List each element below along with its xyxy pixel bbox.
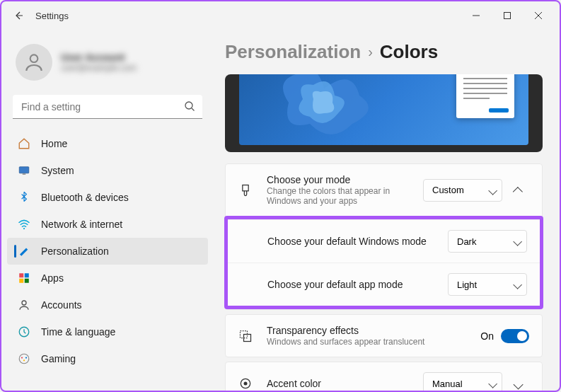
chevron-down-icon xyxy=(514,379,524,389)
sidebar-item-label: Gaming xyxy=(41,353,76,364)
sidebar-item-system[interactable]: System xyxy=(7,157,208,184)
accent-icon xyxy=(238,376,254,391)
svg-rect-11 xyxy=(25,279,29,283)
svg-rect-1 xyxy=(504,13,511,19)
sidebar-item-label: Apps xyxy=(41,272,64,284)
profile-email: user@example.com xyxy=(61,63,137,73)
accent-select[interactable]: Manual xyxy=(423,372,502,391)
search-input[interactable] xyxy=(13,95,202,119)
transparency-card: Transparency effects Windows and surface… xyxy=(225,314,543,357)
breadcrumb-current: Colors xyxy=(380,41,438,63)
sidebar-item-bluetooth[interactable]: Bluetooth & devices xyxy=(7,184,208,211)
transparency-title: Transparency effects xyxy=(267,325,480,336)
avatar xyxy=(16,44,52,81)
sidebar-item-label: Bluetooth & devices xyxy=(41,192,129,203)
window-title: Settings xyxy=(35,11,69,21)
search-icon xyxy=(184,100,195,115)
choose-mode-card: Choose your mode Change the colors that … xyxy=(225,163,543,310)
breadcrumb: Personalization › Colors xyxy=(225,41,543,63)
expand-button[interactable] xyxy=(509,180,529,200)
system-icon xyxy=(17,163,31,178)
preview-window xyxy=(456,74,514,118)
expand-button[interactable] xyxy=(509,374,529,391)
sidebar-item-home[interactable]: Home xyxy=(7,130,208,157)
svg-point-16 xyxy=(25,357,27,358)
svg-point-7 xyxy=(23,228,25,229)
profile-section[interactable]: User Account user@example.com xyxy=(7,38,208,86)
transparency-subtitle: Windows and surfaces appear translucent xyxy=(267,337,480,347)
sidebar-item-apps[interactable]: Apps xyxy=(7,265,208,292)
svg-point-22 xyxy=(244,382,248,386)
back-button[interactable] xyxy=(7,4,30,27)
mode-select[interactable]: Custom xyxy=(423,179,502,202)
app-mode-select[interactable]: Light xyxy=(448,273,527,296)
sidebar-item-personalization[interactable]: Personalization xyxy=(7,238,208,265)
windows-mode-row: Choose your default Windows mode Dark xyxy=(228,219,540,263)
mode-subtitle: Change the colors that appear in Windows… xyxy=(267,186,423,206)
svg-point-3 xyxy=(185,102,192,109)
home-icon xyxy=(17,137,31,151)
gaming-icon xyxy=(17,352,31,366)
minimize-button[interactable] xyxy=(461,4,492,27)
mode-title: Choose your mode xyxy=(267,174,423,185)
accent-color-card: Accent color Manual xyxy=(225,362,543,391)
wifi-icon xyxy=(17,217,31,231)
transparency-toggle[interactable] xyxy=(501,329,529,343)
svg-rect-10 xyxy=(19,279,23,283)
svg-point-15 xyxy=(21,357,23,358)
svg-line-4 xyxy=(192,108,195,111)
sidebar-item-label: Time & language xyxy=(41,326,115,338)
sidebar: User Account user@example.com Home Syste… xyxy=(1,30,214,391)
accent-title: Accent color xyxy=(267,378,423,389)
close-button[interactable] xyxy=(523,4,554,27)
app-mode-title: Choose your default app mode xyxy=(267,279,448,290)
toggle-state-label: On xyxy=(480,330,494,342)
svg-rect-6 xyxy=(23,174,26,175)
sidebar-item-label: Network & internet xyxy=(41,219,122,230)
chevron-right-icon: › xyxy=(368,44,373,60)
windows-mode-select[interactable]: Dark xyxy=(448,230,527,253)
bluetooth-icon xyxy=(17,190,31,204)
highlighted-section: Choose your default Windows mode Dark Ch… xyxy=(224,216,543,309)
sidebar-item-label: Home xyxy=(41,138,67,149)
breadcrumb-parent[interactable]: Personalization xyxy=(225,41,361,63)
sidebar-item-network[interactable]: Network & internet xyxy=(7,211,208,238)
svg-point-17 xyxy=(23,359,25,361)
svg-point-12 xyxy=(22,301,26,305)
sidebar-item-label: System xyxy=(41,165,74,176)
sidebar-item-accounts[interactable]: Accounts xyxy=(7,292,208,318)
transparency-icon xyxy=(238,329,254,343)
maximize-button[interactable] xyxy=(492,4,523,27)
sidebar-item-time[interactable]: Time & language xyxy=(7,318,208,345)
svg-point-14 xyxy=(19,354,29,364)
time-icon xyxy=(17,325,31,339)
sidebar-item-gaming[interactable]: Gaming xyxy=(7,345,208,372)
theme-preview xyxy=(225,74,543,152)
titlebar: Settings xyxy=(1,1,560,30)
wallpaper-graphic xyxy=(267,74,381,145)
apps-icon xyxy=(17,271,31,285)
chevron-up-icon xyxy=(513,187,523,197)
window-controls xyxy=(461,4,554,27)
sidebar-item-label: Personalization xyxy=(41,246,109,257)
svg-rect-9 xyxy=(25,273,29,277)
content-area: Personalization › Colors xyxy=(214,30,560,391)
search-container xyxy=(13,95,202,119)
account-icon xyxy=(17,298,31,312)
brush-icon xyxy=(17,244,31,258)
sidebar-item-label: Accounts xyxy=(41,299,82,311)
brush-icon xyxy=(238,183,254,197)
profile-name: User Account xyxy=(61,52,137,63)
windows-mode-title: Choose your default Windows mode xyxy=(267,236,448,247)
app-mode-row: Choose your default app mode Light xyxy=(228,263,540,306)
svg-point-2 xyxy=(30,54,38,62)
svg-rect-18 xyxy=(243,185,248,190)
svg-rect-8 xyxy=(19,273,23,277)
svg-rect-5 xyxy=(19,167,29,173)
